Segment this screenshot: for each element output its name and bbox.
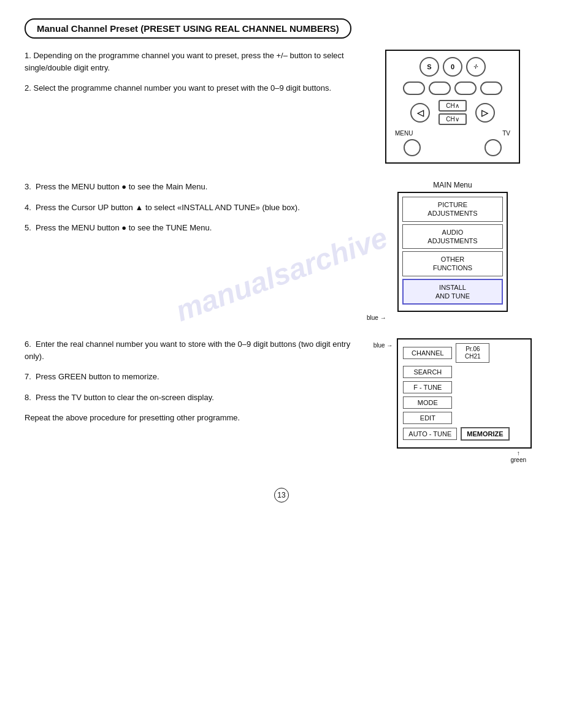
blue-arrow-label: blue →	[367, 314, 386, 321]
tune-label-mode: MODE	[403, 396, 452, 409]
menu-item-audio: AUDIOADJUSTMENTS	[402, 224, 503, 249]
btn-dot: ·/·	[466, 57, 486, 77]
remote-label-row: MENU TV	[391, 130, 514, 137]
btn-menu	[404, 139, 421, 156]
btn-left: ◁	[410, 103, 430, 123]
main-menu-container: PICTUREADJUSTMENTS AUDIOADJUSTMENTS OTHE…	[397, 192, 508, 312]
remote-bottom-row	[391, 139, 514, 156]
instructions-col-3: 6. Enter the real channel number you wan…	[25, 338, 367, 433]
tune-row-search: SEARCH	[403, 366, 526, 378]
ch-down-btn: CH∨	[439, 113, 466, 125]
remote-diagram: S 0 ·/· ◁ CH∧	[385, 50, 520, 164]
step-1: 1. Depending on the programme channel yo…	[25, 50, 354, 74]
tune-label-channel: CHANNEL	[403, 347, 452, 359]
remote-oval-row	[391, 82, 514, 95]
btn-right: ▷	[475, 103, 495, 123]
remote-diagram-col: S 0 ·/· ◁ CH∧	[367, 50, 538, 164]
step-2: 2. Select the programme channel number y…	[25, 82, 354, 94]
tune-row-mode: MODE	[403, 396, 526, 409]
btn-oval-2	[429, 82, 451, 95]
page-number-area: 13	[25, 488, 538, 502]
btn-oval-4	[480, 82, 502, 95]
tune-label-ftune: F - TUNE	[403, 381, 452, 393]
green-arrow-label: ↑green	[510, 450, 526, 463]
tune-label-autotune: AUTO - TUNE	[403, 428, 457, 440]
step-5: 5. Press the MENU button ● to see the TU…	[25, 222, 354, 234]
step-8: 8. Press the TV button to clear the on-s…	[25, 392, 354, 404]
menu-item-install: INSTALLAND TUNE	[402, 279, 503, 305]
menu-item-picture: PICTUREADJUSTMENTS	[402, 197, 503, 222]
tune-row-channel: CHANNEL Pr.06CH21	[403, 343, 526, 363]
remote-top-row: S 0 ·/·	[391, 57, 514, 77]
ch-group: CH∧ CH∨	[439, 100, 466, 125]
tune-row-autotune: AUTO - TUNE MEMORIZE	[403, 427, 526, 441]
step-7: 7. Press GREEN button to memorize.	[25, 371, 354, 383]
main-menu-title: MAIN Menu	[433, 181, 472, 189]
main-menu-box: PICTUREADJUSTMENTS AUDIOADJUSTMENTS OTHE…	[397, 192, 508, 312]
page-number: 13	[274, 488, 289, 502]
btn-s: S	[419, 57, 439, 77]
tune-menu-diagram-col: blue → CHANNEL Pr.06CH21 SEARCH F - TUNE…	[367, 338, 538, 463]
step-6: 6. Enter the real channel number you wan…	[25, 338, 354, 362]
instructions-col-2: 3. Press the MENU button ● to see the Ma…	[25, 181, 367, 243]
tune-value-channel: Pr.06CH21	[456, 343, 489, 363]
tune-menu-box: CHANNEL Pr.06CH21 SEARCH F - TUNE MODE E…	[397, 338, 532, 449]
btn-tv	[484, 139, 502, 156]
step-3: 3. Press the MENU button ● to see the Ma…	[25, 181, 354, 193]
repeat-text: Repeat the above procedure for presettin…	[25, 412, 354, 424]
tune-row-edit: EDIT	[403, 412, 526, 424]
btn-oval-1	[403, 82, 425, 95]
memorize-btn: MEMORIZE	[461, 427, 509, 441]
btn-oval-3	[454, 82, 477, 95]
tune-row-ftune: F - TUNE	[403, 381, 526, 393]
btn-0: 0	[443, 57, 462, 77]
menu-item-other: OTHERFUNCTIONS	[402, 251, 503, 276]
step-4: 4. Press the Cursor UP button ▲ to selec…	[25, 202, 354, 214]
tune-label-edit: EDIT	[403, 412, 452, 424]
main-menu-diagram-col: MAIN Menu PICTUREADJUSTMENTS AUDIOADJUST…	[367, 181, 538, 321]
page-title: Manual Channel Preset (PRESET USING REAL…	[25, 18, 351, 39]
tune-label-search: SEARCH	[403, 366, 452, 378]
remote-nav-row: ◁ CH∧ CH∨ ▷	[391, 100, 514, 125]
tune-blue-arrow: blue →	[373, 342, 393, 349]
ch-up-btn: CH∧	[439, 100, 466, 112]
instructions-col-1: 1. Depending on the programme channel yo…	[25, 50, 367, 103]
